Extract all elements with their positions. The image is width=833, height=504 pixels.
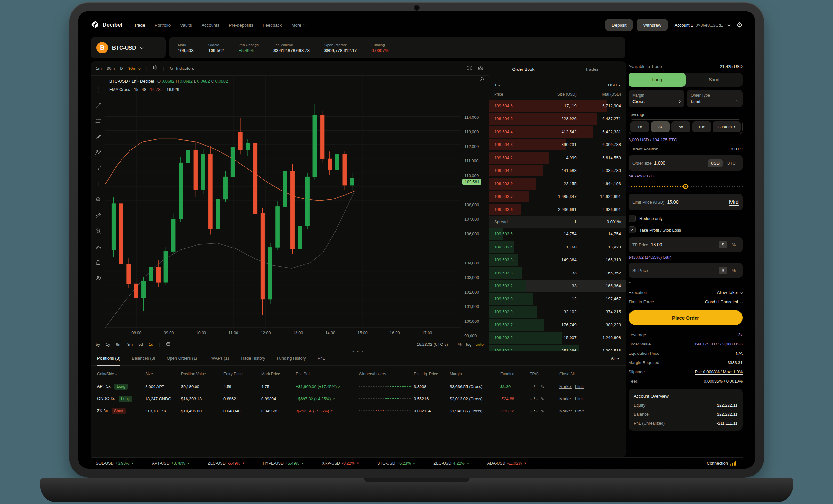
filter-icon[interactable] — [600, 355, 605, 361]
close-limit-link[interactable]: Limit — [575, 409, 584, 413]
leverage-10x[interactable]: 10x — [692, 121, 711, 132]
clock-timezone[interactable]: 15:23:32 (UTC-5) — [416, 342, 448, 347]
orderbook-ask-row[interactable]: 109,504.4412,5426,422,331 — [489, 125, 626, 138]
lock-icon[interactable] — [95, 259, 102, 267]
tp-price-input[interactable]: TP Price 18.00 $ % — [628, 237, 743, 252]
nav-item-accounts[interactable]: Accounts — [201, 23, 219, 28]
denom-select[interactable]: USD ▼ — [608, 83, 621, 87]
tp-sl[interactable]: -- / --✎ — [530, 397, 559, 401]
position-row[interactable]: ONDO 3x Long18,247 ONDO$16,393.130.88621… — [91, 393, 626, 405]
long-button[interactable]: Long — [628, 73, 686, 87]
tab-order-book[interactable]: Order Book — [489, 61, 558, 77]
xabcd-pattern-icon[interactable] — [95, 149, 102, 157]
range-5d[interactable]: 5d — [139, 342, 143, 347]
close-limit-link[interactable]: Limit — [575, 397, 584, 401]
tab-balances-3-[interactable]: Balances (3) — [132, 351, 155, 366]
mid-price-button[interactable]: Mid — [729, 199, 739, 206]
sl-price-input[interactable]: SL Price $ % — [628, 263, 743, 278]
orderbook-bid-row[interactable]: 109,503.233165,364 — [489, 280, 626, 293]
nav-item-trade[interactable]: Trade — [134, 23, 145, 28]
ticker-sol-usd[interactable]: SOL-USD+3.98%▲ — [96, 461, 134, 465]
ticker-ada-usd[interactable]: ADA-USD-11.02%▼ — [487, 461, 527, 465]
order-size-slider[interactable] — [628, 183, 743, 189]
est-pnl[interactable]: +$1,600.00 (+17.45%)↗ — [296, 384, 359, 389]
range-6m[interactable]: 6m — [116, 342, 121, 347]
calendar-icon[interactable] — [166, 341, 171, 347]
percent-scale-button[interactable]: % — [458, 342, 461, 347]
candle-style-icon[interactable] — [152, 65, 158, 72]
zoom-in-icon[interactable] — [95, 228, 102, 235]
nav-item-feedback[interactable]: Feedback — [263, 23, 282, 28]
trend-line-icon[interactable] — [95, 102, 102, 110]
est-pnl[interactable]: +$697.32 (+4.25%)↗ — [296, 397, 359, 401]
interval-active[interactable]: 30m — [128, 66, 141, 71]
tp-sl[interactable]: -- / --✎ — [530, 409, 559, 413]
interval-30m[interactable]: 30m — [107, 66, 115, 71]
ticker-btc-usd[interactable]: BTC-USD+6.23%▲ — [377, 461, 415, 465]
close-market-link[interactable]: Market — [559, 397, 572, 401]
nav-item-pre-deposits[interactable]: Pre-deposits — [229, 23, 253, 28]
reduce-only-checkbox[interactable]: Reduce only — [628, 215, 743, 222]
range-5y[interactable]: 5y — [96, 342, 100, 347]
ticker-hype-usd[interactable]: HYPE-USD+5.49%▲ — [263, 461, 304, 465]
chart-canvas[interactable]: BTC-USD • 1h • Decibel O 0.0682 H 0.0682… — [105, 76, 461, 329]
tif-select[interactable]: Good til Canceled — [705, 299, 743, 304]
unit-btc-button[interactable]: BTC — [724, 159, 739, 167]
pencil-lock-icon[interactable] — [95, 243, 102, 251]
panel-resize-handle[interactable]: • • • — [352, 349, 364, 354]
ticker-apt-usd[interactable]: APT-USD+3.78%▲ — [152, 461, 190, 465]
col-header-coin-side[interactable]: Coin/Side ▾ — [97, 372, 145, 376]
tab-pnl[interactable]: PnL — [318, 351, 325, 366]
log-scale-button[interactable]: log — [466, 342, 472, 347]
ticker-zec-usd[interactable]: ZEC-USD-5.49%▼ — [208, 461, 245, 465]
tpsl-checkbox[interactable]: ✓ Take Profit / Stop Loss — [628, 226, 743, 233]
tab-funding-history[interactable]: Funding History — [277, 351, 306, 366]
axis-settings-icon[interactable] — [479, 77, 484, 346]
orderbook-bid-row[interactable]: 109,503.514,75414,754 — [489, 228, 626, 241]
limit-price-input[interactable]: Limit Price (USD) 15.00 Mid — [628, 194, 743, 210]
position-row[interactable]: ZK 3x Short213,131 ZK$10,495.000.0483400… — [91, 405, 626, 417]
time-axis[interactable]: 08:0009:0010:0011:0012:0013:0014:0015:00… — [105, 329, 461, 338]
short-button[interactable]: Short — [686, 73, 743, 87]
tp-dollar-button[interactable]: $ — [719, 241, 727, 249]
filter-all-select[interactable]: All ▼ — [611, 356, 620, 360]
screenshot-camera-icon[interactable] — [478, 65, 484, 72]
close-market-link[interactable]: Market — [559, 384, 572, 389]
orderbook-bid-row[interactable]: 109,503.41,16815,923 — [489, 241, 626, 254]
close-limit-link[interactable]: Limit — [575, 384, 584, 389]
orderbook-bid-row[interactable]: 109,503.012197,467 — [489, 292, 626, 305]
tab-trade-history[interactable]: Trade History — [240, 351, 265, 366]
orderbook-ask-row[interactable]: 109,504.617,1196,712,904 — [489, 99, 626, 112]
orderbook-ask-row[interactable]: 109,504.5228,9266,437,271 — [489, 112, 626, 126]
tp-percent-button[interactable]: % — [729, 241, 739, 249]
magnet-icon[interactable] — [95, 196, 102, 204]
indicators-button[interactable]: ƒx Indicators — [169, 66, 194, 71]
interval-D[interactable]: D — [120, 66, 123, 71]
range-1y[interactable]: 1y — [106, 342, 110, 347]
sl-percent-button[interactable]: % — [729, 267, 739, 274]
withdraw-button[interactable]: Withdraw — [637, 19, 667, 31]
ticker-zec-usd[interactable]: ZEC-USD4.22%▲ — [434, 461, 470, 465]
orderbook-bid-row[interactable]: 109,503.3149,364165,319 — [489, 254, 626, 267]
est-pnl[interactable]: -$793.56 (-7.56%)↗ — [296, 409, 359, 413]
orderbook-ask-row[interactable]: 109,503.922,1554,644,193 — [489, 177, 626, 190]
leverage-5x[interactable]: 5x — [671, 121, 690, 132]
nav-item-portfolio[interactable]: Portfolio — [155, 23, 171, 28]
orderbook-bid-row[interactable]: 109,502.7176,749389,223 — [489, 318, 626, 331]
orderbook-ask-row[interactable]: 109,504.24,9995,614,559 — [489, 151, 626, 164]
orderbook-bid-row[interactable]: 109,502.932,102374,215 — [489, 305, 626, 319]
fullscreen-icon[interactable] — [467, 65, 472, 72]
tab-open-orders-1-[interactable]: Open Orders (1) — [167, 351, 197, 366]
crosshair-icon[interactable] — [95, 86, 102, 94]
col-header-close-all[interactable]: Close All — [559, 372, 620, 376]
long-position-icon[interactable] — [95, 165, 102, 173]
gear-icon[interactable]: ⚙ — [737, 21, 743, 29]
account-selector[interactable]: Account 1 0×36e8...3Cd1 — [675, 23, 730, 28]
ticker-xrp-usd[interactable]: XRP-USD-8.22%▼ — [322, 461, 359, 465]
order-type-select[interactable]: Order Type Limit — [687, 90, 743, 107]
text-icon[interactable] — [95, 181, 102, 188]
orderbook-bid-row[interactable]: 109,502.3851,3861,292,516 — [489, 344, 626, 351]
brush-icon[interactable] — [95, 133, 102, 141]
brand[interactable]: Decibel — [91, 20, 122, 30]
leverage-3x[interactable]: 3x — [651, 121, 669, 132]
